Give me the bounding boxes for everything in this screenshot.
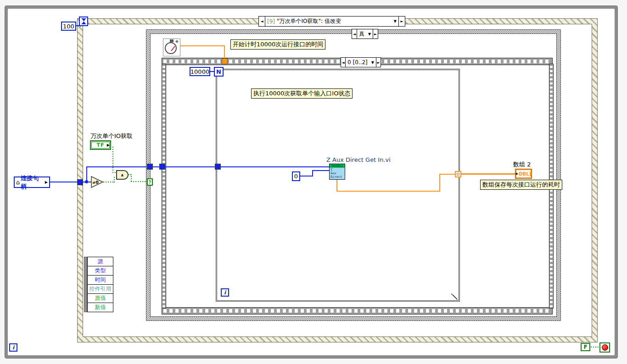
sequence-selector[interactable]: ◄ 0 [0..2] ▼ ► (341, 57, 381, 67)
comment-loop[interactable]: 执行10000次获取单个输入口IO状态 (251, 88, 353, 99)
connect-handle-label: 连接句柄 (21, 174, 44, 191)
sequence-border-left (162, 64, 166, 309)
event-selector[interactable]: ◄ [9] "万次单个IO获取": 值改变 ▼ ► (258, 16, 405, 27)
event-field-source: 源 (88, 257, 113, 266)
index-tunnel-brackets: [] (457, 172, 459, 176)
wire-neq-out-2[interactable] (114, 177, 115, 182)
case-selector-dropdown-icon[interactable]: ▼ (364, 32, 371, 36)
house-icon: ⌂ (16, 179, 20, 186)
event-field-oldval: 原值 (88, 294, 113, 303)
connect-handle-out-icon: ▶ (45, 180, 48, 184)
subvi-z-aux-direct-get-in[interactable]: ZAUXDLL Z Aux Direct (329, 164, 345, 180)
subvi-icon-line3: Direct (330, 175, 345, 179)
case-tunnel-handle[interactable] (147, 164, 153, 170)
event-selector-dropdown-icon[interactable]: ▼ (390, 19, 397, 23)
bool-terminal-label: 万次单个IO获取 (90, 132, 133, 140)
stopwatch-button (175, 40, 179, 43)
for-count-constant[interactable]: 10000 (190, 67, 210, 76)
event-field-time: 时间 (88, 276, 113, 285)
case-selector-tunnel[interactable]: ? (147, 178, 153, 186)
wire-count[interactable] (210, 71, 214, 72)
neq-zero-glyph: ≠0 (92, 180, 99, 185)
tf-out-icon: ▶ (107, 143, 110, 147)
while-condition-terminal[interactable] (599, 342, 610, 353)
sequence-tunnel-handle[interactable] (159, 164, 165, 170)
wire-result-array[interactable] (461, 173, 515, 175)
sequence-selector-dropdown-icon[interactable]: ▼ (368, 61, 374, 65)
event-field-ctlref: 控件引用 (88, 285, 113, 294)
for-index-tunnel[interactable]: [] (455, 171, 461, 177)
sequence-selector-prev-icon[interactable]: ◄ (341, 58, 346, 67)
array-indicator-terminal[interactable]: ▶ DBL] (515, 169, 532, 179)
subvi-icon-line1: Z (330, 168, 345, 171)
case-selector[interactable]: ◄ 真 ▼ ► (352, 29, 378, 39)
stop-sign-icon (602, 344, 608, 351)
wire-zero-2[interactable] (312, 170, 313, 176)
event-selector-next-icon[interactable]: ► (398, 17, 405, 26)
sequence-border-bottom (162, 307, 553, 314)
for-loop[interactable] (216, 69, 460, 302)
case-selector-next-icon[interactable]: ► (373, 29, 378, 39)
event-field-type: 类型 (88, 266, 113, 276)
for-loop-grow-corner (451, 293, 458, 300)
subvi-icon-line2: Aux (330, 171, 345, 175)
sequence-tunnel-ticks[interactable] (222, 58, 228, 64)
case-selector-prev-icon[interactable]: ◄ (352, 29, 357, 39)
event-data-node-bar (84, 257, 87, 312)
event-selector-index: [9] (267, 18, 275, 25)
event-timeout-terminal[interactable] (79, 17, 88, 26)
neq-zero-node[interactable]: ≠0 (91, 176, 104, 188)
subvi-icon-header: ZAUXDLL (330, 164, 345, 168)
subvi-label: Z Aux Direct Get In.vi (326, 156, 391, 163)
comment-array[interactable]: 数组保存每次接口运行的耗时 (480, 180, 562, 190)
wire-result-4[interactable] (439, 174, 456, 175)
timeout-constant[interactable]: 100 (61, 22, 76, 31)
wire-handle-main-h[interactable] (86, 166, 330, 167)
dbl-in-icon: ▶ (516, 172, 518, 176)
stop-false-constant[interactable]: F (581, 343, 590, 351)
wire-neq-out-1[interactable] (103, 182, 115, 182)
hourglass-icon (81, 18, 86, 24)
event-data-node[interactable]: 源 类型 时间 控件引用 原值 新值 (84, 257, 113, 312)
while-iteration-terminal[interactable]: i (9, 343, 17, 352)
wire-junction-dot (85, 180, 88, 183)
wire-and-out-2[interactable] (131, 174, 132, 182)
diagram-canvas: ◄ [9] "万次单个IO获取": 值改变 ▼ ► 100 源 类型 时间 控件… (0, 0, 627, 364)
tick-count-node[interactable] (163, 39, 180, 56)
tf-text: TF (96, 142, 104, 148)
sequence-selector-next-icon[interactable]: ► (376, 58, 381, 67)
for-loop-iteration-terminal[interactable]: i (221, 288, 229, 297)
bool-terminal[interactable]: TF ▶ (90, 140, 111, 150)
wire-result-1[interactable] (336, 180, 337, 192)
array-indicator-label: 数组 2 (513, 160, 531, 169)
wire-zero-3[interactable] (312, 170, 330, 171)
for-loop-count-terminal[interactable]: N (214, 67, 224, 77)
wire-result-2[interactable] (336, 191, 440, 192)
event-selector-label: "万次单个IO获取": 值改变 (277, 17, 341, 25)
wire-ticks-h[interactable] (179, 45, 225, 46)
wire-result-3[interactable] (439, 174, 440, 192)
wire-zero-1[interactable] (300, 176, 313, 176)
sequence-selector-label: 0 [0..2] (347, 59, 368, 66)
and-gate-node[interactable]: ∧ (116, 170, 129, 180)
connect-handle-control[interactable]: ⌂ 连接句柄 ▶ (14, 176, 50, 188)
stopwatch-face (165, 42, 177, 54)
zero-constant[interactable]: 0 (292, 171, 300, 181)
and-glyph: ∧ (121, 173, 124, 177)
wire-tf-v[interactable] (112, 146, 113, 173)
wire-ticks-v[interactable] (224, 45, 225, 59)
wire-stop[interactable] (591, 347, 599, 347)
for-tunnel-handle[interactable] (215, 164, 221, 170)
case-selector-label: 真 (359, 30, 364, 38)
event-tunnel-handle[interactable] (77, 179, 83, 185)
wire-handle-branch-v[interactable] (86, 166, 87, 182)
comment-timer[interactable]: 开始计时10000次运行接口的时间 (230, 39, 325, 50)
event-field-newval: 新值 (88, 303, 113, 312)
wire-and-out-3[interactable] (131, 181, 147, 182)
event-selector-prev-icon[interactable]: ◄ (259, 17, 265, 26)
dbl-type-text: DBL] (519, 171, 531, 176)
